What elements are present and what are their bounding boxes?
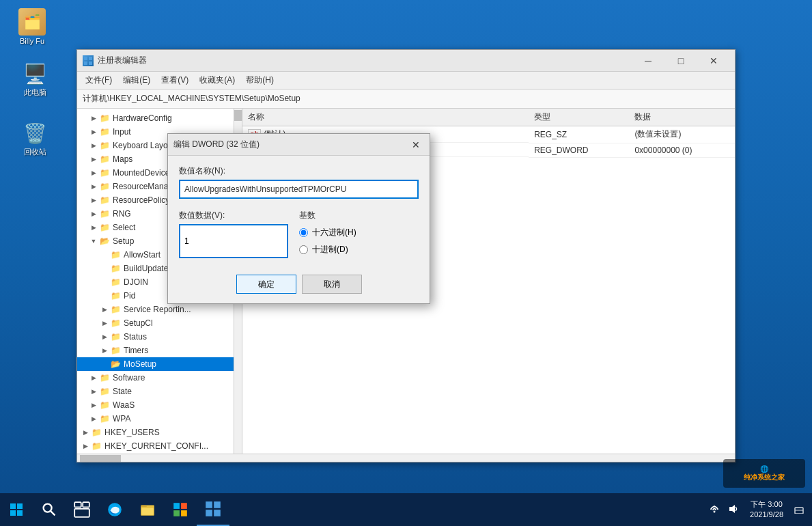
folder-icon: 📁 [110,304,121,315]
arrow-icon: ▶ [99,316,110,330]
arrow-spacer [99,357,110,371]
watermark: 🌐 纯净系统之家 [723,459,805,488]
tree-label: RNG [113,209,131,219]
svg-rect-6 [10,510,16,516]
taskbar-regedit[interactable] [197,493,229,526]
name-input[interactable] [179,180,419,199]
svg-rect-18 [173,510,180,516]
arrow-icon: ▶ [88,166,99,180]
folder-icon: 📁 [110,290,121,301]
dialog-body: 数值名称(N): 数值数据(V): 基数 十六进制(H) [168,156,430,303]
menu-view[interactable]: 查看(V) [156,73,194,87]
radio-hex-text: 十六进制(H) [312,227,356,238]
svg-rect-10 [74,502,81,507]
edit-dword-dialog: 编辑 DWORD (32 位值) ✕ 数值名称(N): 数值数据(V): 基数 [167,133,430,304]
app-icon [83,55,94,66]
dialog-close-icon[interactable]: ✕ [408,137,424,153]
taskbar-edge[interactable] [98,493,131,526]
tree-item-waas[interactable]: ▶ 📁 WaaS [77,398,234,412]
taskbar-store[interactable] [164,493,197,526]
tree-item-mosetup[interactable]: 📂 MoSetup [77,357,234,371]
tree-label: MoSetup [124,359,156,369]
tree-item-software[interactable]: ▶ 📁 Software [77,371,234,385]
tree-item-timers[interactable]: ▶ 📁 Timers [77,344,234,357]
address-bar: 计算机\HKEY_LOCAL_MACHINE\SYSTEM\Setup\MoSe… [77,89,735,109]
svg-rect-19 [181,510,187,516]
arrow-icon: ▶ [88,180,99,193]
tree-item-wpa[interactable]: ▶ 📁 WPA [77,412,234,426]
desktop: 🗂️ Billy Fu 🖥️ 此电脑 🗑️ 回收站 注册表编辑器 ─ □ ✕ 文… [0,0,812,526]
tree-item-hardwareconfig[interactable]: ▶ 📁 HardwareConfig [77,111,234,125]
folder-icon: 📂 [110,359,121,370]
desktop-computer-icon[interactable]: 🖥️ 此电脑 [11,60,59,98]
ok-button[interactable]: 确定 [236,275,296,294]
arrow-icon: ▶ [88,152,99,166]
folder-icon: 📁 [99,126,110,137]
tree-label: State [113,387,132,396]
taskbar-volume[interactable] [725,503,742,516]
col-type: 类型 [529,109,629,126]
base-col: 基数 十六进制(H) 十进制(D) [299,210,356,255]
menu-favorites[interactable]: 收藏夹(A) [194,73,240,87]
svg-rect-3 [89,61,92,65]
folder-icon: 📁 [110,263,121,274]
name-label: 数值名称(N): [179,165,419,177]
arrow-spacer [99,262,110,275]
taskbar-time: 下午 3:00 2021/9/28 [744,499,789,521]
folder-icon: 📁 [99,181,110,192]
taskbar-notification[interactable] [792,504,807,515]
taskbar-taskview[interactable] [66,493,98,526]
cancel-button[interactable]: 取消 [302,275,362,294]
bottom-scrollbar[interactable] [77,454,735,462]
radio-hex-label[interactable]: 十六进制(H) [299,227,356,238]
tree-item-hkey-current-config[interactable]: ▶ 📁 HKEY_CURRENT_CONFI... [77,439,234,453]
minimize-button[interactable]: ─ [632,51,664,71]
start-button[interactable] [0,493,33,526]
folder-icon: 📁 [99,413,110,424]
arrow-icon: ▶ [99,330,110,344]
col-name: 名称 [242,109,529,126]
arrow-icon: ▶ [88,125,99,139]
taskbar-network[interactable] [706,503,723,516]
tree-item-service-reporting[interactable]: ▶ 📁 Service Reportin... [77,303,234,316]
computer-label: 此电脑 [24,87,46,98]
folder-icon: 📁 [99,222,110,233]
arrow-icon: ▶ [88,221,99,234]
taskbar-search[interactable] [33,493,66,526]
tree-label: WPA [113,414,130,424]
menu-file[interactable]: 文件(F) [80,73,117,87]
svg-point-8 [44,504,52,512]
folder-icon: 📁 [99,195,110,206]
computer-icon: 🖥️ [21,60,48,87]
menu-edit[interactable]: 编辑(E) [117,73,156,87]
dialog-buttons: 确定 取消 [179,269,419,294]
taskbar-explorer[interactable] [131,493,164,526]
recycle-label: 回收站 [24,147,46,157]
folder-icon: 📂 [99,236,110,247]
folder-icon: 📁 [99,140,110,151]
tree-item-status[interactable]: ▶ 📁 Status [77,330,234,344]
svg-rect-23 [214,510,221,516]
close-button[interactable]: ✕ [698,51,729,71]
maximize-button[interactable]: □ [665,51,697,71]
arrow-icon: ▶ [88,193,99,207]
menu-help[interactable]: 帮助(H) [240,73,279,87]
radios: 十六进制(H) 十进制(D) [299,224,356,255]
data-input[interactable] [179,224,288,258]
arrow-icon: ▶ [88,371,99,385]
desktop-recycle-icon[interactable]: 🗑️ 回收站 [11,120,59,157]
tree-label: Service Reportin... [124,305,191,314]
tree-label: Maps [113,154,132,164]
tree-label: Pid [124,291,135,301]
desktop-user-icon[interactable]: 🗂️ Billy Fu [8,8,56,45]
tree-item-hkey-users[interactable]: ▶ 📁 HKEY_USERS [77,426,234,439]
tree-label: Keyboard Layout [113,141,175,150]
tree-item-state[interactable]: ▶ 📁 State [77,385,234,398]
tree-item-setupcl[interactable]: ▶ 📁 SetupCl [77,316,234,330]
folder-icon: 📁 [99,372,110,383]
tree-label: Setup [113,236,134,246]
radio-dec-label[interactable]: 十进制(D) [299,244,356,255]
radio-dec[interactable] [299,245,308,254]
radio-hex[interactable] [299,228,308,237]
folder-icon: 📁 [110,331,121,342]
